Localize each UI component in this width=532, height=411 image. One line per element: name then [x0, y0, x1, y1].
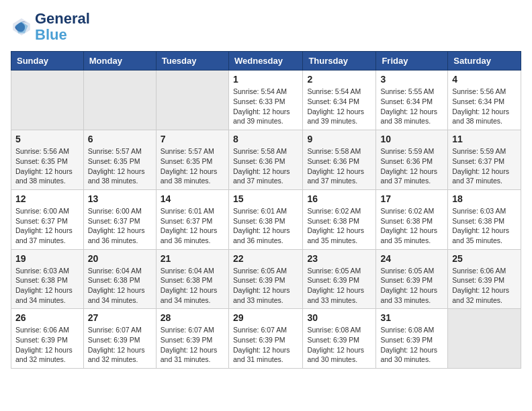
day-number: 8 [233, 134, 298, 144]
day-number: 1 [233, 74, 298, 85]
day-info: Sunrise: 6:06 AM Sunset: 6:39 PM Dayligh… [15, 325, 79, 365]
day-info: Sunrise: 6:00 AM Sunset: 6:37 PM Dayligh… [15, 206, 79, 246]
weekday-header-tuesday: Tuesday [156, 52, 228, 71]
day-cell: 8Sunrise: 5:58 AM Sunset: 6:36 PM Daylig… [228, 130, 302, 190]
day-cell: 10Sunrise: 5:59 AM Sunset: 6:36 PM Dayli… [376, 130, 448, 190]
page: General Blue SundayMondayTuesdayWednesda… [0, 0, 532, 379]
day-number: 2 [307, 74, 371, 85]
logo-text: General Blue [35, 11, 90, 43]
day-cell: 9Sunrise: 5:58 AM Sunset: 6:36 PM Daylig… [303, 130, 376, 190]
day-cell [156, 71, 228, 130]
day-info: Sunrise: 6:01 AM Sunset: 6:38 PM Dayligh… [233, 206, 298, 246]
day-number: 6 [88, 134, 152, 144]
day-cell [448, 309, 521, 369]
day-cell [11, 71, 84, 130]
day-number: 14 [161, 193, 224, 204]
day-number: 5 [15, 134, 79, 144]
day-number: 22 [233, 253, 298, 264]
day-number: 3 [380, 74, 443, 85]
day-number: 9 [307, 134, 371, 144]
day-info: Sunrise: 5:56 AM Sunset: 6:34 PM Dayligh… [452, 87, 517, 126]
day-info: Sunrise: 6:08 AM Sunset: 6:39 PM Dayligh… [307, 325, 371, 365]
day-info: Sunrise: 6:07 AM Sunset: 6:39 PM Dayligh… [233, 325, 298, 365]
logo-icon [11, 16, 32, 38]
day-info: Sunrise: 5:58 AM Sunset: 6:36 PM Dayligh… [233, 146, 298, 186]
weekday-header-wednesday: Wednesday [228, 52, 302, 71]
day-info: Sunrise: 5:54 AM Sunset: 6:34 PM Dayligh… [307, 87, 371, 126]
day-info: Sunrise: 6:05 AM Sunset: 6:39 PM Dayligh… [307, 266, 371, 306]
day-info: Sunrise: 6:05 AM Sunset: 6:39 PM Dayligh… [380, 266, 443, 306]
day-cell: 16Sunrise: 6:02 AM Sunset: 6:38 PM Dayli… [303, 189, 376, 249]
day-number: 23 [307, 253, 371, 264]
day-cell: 3Sunrise: 5:55 AM Sunset: 6:34 PM Daylig… [376, 71, 448, 130]
day-cell: 12Sunrise: 6:00 AM Sunset: 6:37 PM Dayli… [11, 189, 84, 249]
day-cell: 2Sunrise: 5:54 AM Sunset: 6:34 PM Daylig… [303, 71, 376, 130]
header: General Blue [11, 11, 521, 43]
day-cell: 13Sunrise: 6:00 AM Sunset: 6:37 PM Dayli… [83, 189, 156, 249]
day-info: Sunrise: 5:58 AM Sunset: 6:36 PM Dayligh… [307, 146, 371, 186]
day-number: 26 [15, 312, 79, 323]
day-number: 11 [452, 134, 517, 144]
day-cell: 6Sunrise: 5:57 AM Sunset: 6:35 PM Daylig… [83, 130, 156, 190]
day-cell: 20Sunrise: 6:04 AM Sunset: 6:38 PM Dayli… [83, 249, 156, 309]
day-number: 20 [88, 253, 152, 264]
day-info: Sunrise: 5:59 AM Sunset: 6:36 PM Dayligh… [380, 146, 443, 186]
day-info: Sunrise: 6:00 AM Sunset: 6:37 PM Dayligh… [88, 206, 152, 246]
day-info: Sunrise: 5:57 AM Sunset: 6:35 PM Dayligh… [88, 146, 152, 186]
day-cell: 5Sunrise: 5:56 AM Sunset: 6:35 PM Daylig… [11, 130, 84, 190]
day-cell: 29Sunrise: 6:07 AM Sunset: 6:39 PM Dayli… [228, 309, 302, 369]
day-cell [83, 71, 156, 130]
day-info: Sunrise: 6:05 AM Sunset: 6:39 PM Dayligh… [233, 266, 298, 306]
day-number: 18 [452, 193, 517, 204]
weekday-header-saturday: Saturday [448, 52, 521, 71]
day-cell: 24Sunrise: 6:05 AM Sunset: 6:39 PM Dayli… [376, 249, 448, 309]
day-info: Sunrise: 5:55 AM Sunset: 6:34 PM Dayligh… [380, 87, 443, 126]
day-number: 17 [380, 193, 443, 204]
day-cell: 7Sunrise: 5:57 AM Sunset: 6:35 PM Daylig… [156, 130, 228, 190]
day-info: Sunrise: 6:03 AM Sunset: 6:38 PM Dayligh… [452, 206, 517, 246]
day-number: 7 [161, 134, 224, 144]
day-number: 29 [233, 312, 298, 323]
logo: General Blue [11, 11, 90, 43]
weekday-header-monday: Monday [83, 52, 156, 71]
weekday-header-row: SundayMondayTuesdayWednesdayThursdayFrid… [11, 52, 521, 71]
day-cell: 26Sunrise: 6:06 AM Sunset: 6:39 PM Dayli… [11, 309, 84, 369]
day-info: Sunrise: 5:54 AM Sunset: 6:33 PM Dayligh… [233, 87, 298, 126]
day-cell: 31Sunrise: 6:08 AM Sunset: 6:39 PM Dayli… [376, 309, 448, 369]
day-number: 16 [307, 193, 371, 204]
day-info: Sunrise: 5:59 AM Sunset: 6:37 PM Dayligh… [452, 146, 517, 186]
weekday-header-thursday: Thursday [303, 52, 376, 71]
day-info: Sunrise: 5:56 AM Sunset: 6:35 PM Dayligh… [15, 146, 79, 186]
day-cell: 17Sunrise: 6:02 AM Sunset: 6:38 PM Dayli… [376, 189, 448, 249]
day-cell: 15Sunrise: 6:01 AM Sunset: 6:38 PM Dayli… [228, 189, 302, 249]
day-number: 4 [452, 74, 517, 85]
day-number: 12 [15, 193, 79, 204]
day-cell: 22Sunrise: 6:05 AM Sunset: 6:39 PM Dayli… [228, 249, 302, 309]
weekday-header-sunday: Sunday [11, 52, 84, 71]
day-number: 27 [88, 312, 152, 323]
day-cell: 19Sunrise: 6:03 AM Sunset: 6:38 PM Dayli… [11, 249, 84, 309]
day-cell: 21Sunrise: 6:04 AM Sunset: 6:38 PM Dayli… [156, 249, 228, 309]
day-cell: 28Sunrise: 6:07 AM Sunset: 6:39 PM Dayli… [156, 309, 228, 369]
week-row-4: 19Sunrise: 6:03 AM Sunset: 6:38 PM Dayli… [11, 249, 521, 309]
day-cell: 25Sunrise: 6:06 AM Sunset: 6:39 PM Dayli… [448, 249, 521, 309]
day-info: Sunrise: 6:01 AM Sunset: 6:37 PM Dayligh… [161, 206, 224, 246]
day-info: Sunrise: 6:02 AM Sunset: 6:38 PM Dayligh… [307, 206, 371, 246]
day-info: Sunrise: 6:07 AM Sunset: 6:39 PM Dayligh… [161, 325, 224, 365]
day-info: Sunrise: 6:06 AM Sunset: 6:39 PM Dayligh… [452, 266, 517, 306]
day-info: Sunrise: 6:04 AM Sunset: 6:38 PM Dayligh… [88, 266, 152, 306]
day-info: Sunrise: 6:02 AM Sunset: 6:38 PM Dayligh… [380, 206, 443, 246]
day-number: 21 [161, 253, 224, 264]
day-cell: 18Sunrise: 6:03 AM Sunset: 6:38 PM Dayli… [448, 189, 521, 249]
week-row-2: 5Sunrise: 5:56 AM Sunset: 6:35 PM Daylig… [11, 130, 521, 190]
day-number: 24 [380, 253, 443, 264]
day-number: 30 [307, 312, 371, 323]
day-number: 31 [380, 312, 443, 323]
day-number: 28 [161, 312, 224, 323]
day-info: Sunrise: 5:57 AM Sunset: 6:35 PM Dayligh… [161, 146, 224, 186]
weekday-header-friday: Friday [376, 52, 448, 71]
calendar: SundayMondayTuesdayWednesdayThursdayFrid… [11, 51, 521, 369]
day-info: Sunrise: 6:03 AM Sunset: 6:38 PM Dayligh… [15, 266, 79, 306]
day-cell: 1Sunrise: 5:54 AM Sunset: 6:33 PM Daylig… [228, 71, 302, 130]
day-cell: 14Sunrise: 6:01 AM Sunset: 6:37 PM Dayli… [156, 189, 228, 249]
